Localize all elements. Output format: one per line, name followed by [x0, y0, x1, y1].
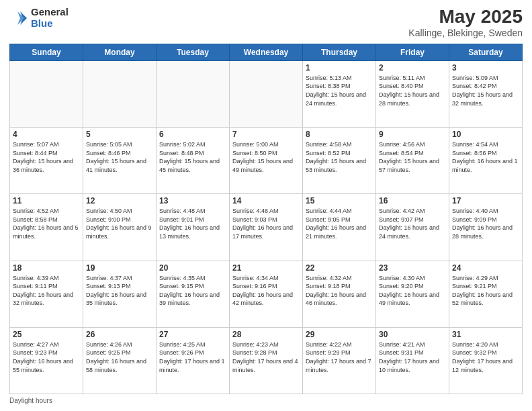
day-info: Sunrise: 4:27 AM Sunset: 9:23 PM Dayligh… [13, 340, 80, 374]
calendar-day-cell: 6Sunrise: 5:02 AM Sunset: 8:48 PM Daylig… [157, 128, 230, 194]
calendar-day-cell: 15Sunrise: 4:44 AM Sunset: 9:05 PM Dayli… [303, 194, 376, 261]
calendar-day-cell: 23Sunrise: 4:30 AM Sunset: 9:20 PM Dayli… [376, 261, 449, 327]
day-number: 11 [13, 196, 80, 205]
header: General Blue May 2025 Kallinge, Blekinge… [9, 7, 523, 38]
calendar-weekday-header: Thursday [303, 44, 376, 60]
calendar-day-cell: 28Sunrise: 4:23 AM Sunset: 9:28 PM Dayli… [230, 327, 303, 394]
calendar-day-cell [157, 60, 230, 127]
day-number: 8 [306, 130, 373, 139]
calendar-weekday-header: Monday [83, 44, 157, 60]
day-info: Sunrise: 4:20 AM Sunset: 9:32 PM Dayligh… [452, 340, 519, 374]
day-info: Sunrise: 4:54 AM Sunset: 8:56 PM Dayligh… [452, 140, 519, 174]
calendar-day-cell: 16Sunrise: 4:42 AM Sunset: 9:07 PM Dayli… [376, 194, 449, 261]
day-info: Sunrise: 4:26 AM Sunset: 9:25 PM Dayligh… [86, 340, 153, 374]
header-right: May 2025 Kallinge, Blekinge, Sweden [408, 7, 523, 38]
calendar-day-cell: 5Sunrise: 5:05 AM Sunset: 8:46 PM Daylig… [83, 128, 157, 194]
day-number: 9 [379, 130, 446, 139]
calendar-week-row: 4Sunrise: 5:07 AM Sunset: 8:44 PM Daylig… [10, 128, 523, 194]
day-number: 7 [232, 130, 300, 139]
day-number: 23 [379, 263, 446, 273]
calendar-day-cell: 18Sunrise: 4:39 AM Sunset: 9:11 PM Dayli… [10, 261, 83, 327]
day-number: 16 [379, 196, 446, 205]
calendar-day-cell: 25Sunrise: 4:27 AM Sunset: 9:23 PM Dayli… [10, 327, 83, 394]
calendar-week-row: 11Sunrise: 4:52 AM Sunset: 8:58 PM Dayli… [10, 194, 523, 261]
day-number: 1 [306, 63, 373, 73]
logo-general-text: General [31, 7, 69, 18]
calendar-day-cell: 22Sunrise: 4:32 AM Sunset: 9:18 PM Dayli… [303, 261, 376, 327]
day-number: 15 [306, 196, 373, 205]
calendar: SundayMondayTuesdayWednesdayThursdayFrid… [9, 44, 523, 394]
footer-note: Daylight hours [9, 397, 523, 404]
calendar-day-cell: 26Sunrise: 4:26 AM Sunset: 9:25 PM Dayli… [83, 327, 157, 394]
calendar-day-cell: 13Sunrise: 4:48 AM Sunset: 9:01 PM Dayli… [157, 194, 230, 261]
day-info: Sunrise: 4:39 AM Sunset: 9:11 PM Dayligh… [13, 274, 80, 308]
day-info: Sunrise: 5:11 AM Sunset: 8:40 PM Dayligh… [379, 74, 446, 107]
calendar-day-cell: 30Sunrise: 4:21 AM Sunset: 9:31 PM Dayli… [376, 327, 449, 394]
day-info: Sunrise: 4:42 AM Sunset: 9:07 PM Dayligh… [379, 207, 446, 240]
day-info: Sunrise: 4:29 AM Sunset: 9:21 PM Dayligh… [452, 274, 519, 308]
day-number: 10 [452, 130, 519, 139]
calendar-day-cell: 11Sunrise: 4:52 AM Sunset: 8:58 PM Dayli… [10, 194, 83, 261]
day-info: Sunrise: 5:05 AM Sunset: 8:46 PM Dayligh… [86, 140, 153, 174]
day-info: Sunrise: 4:35 AM Sunset: 9:15 PM Dayligh… [159, 274, 226, 308]
day-info: Sunrise: 4:22 AM Sunset: 9:29 PM Dayligh… [306, 340, 373, 374]
calendar-day-cell: 4Sunrise: 5:07 AM Sunset: 8:44 PM Daylig… [10, 128, 83, 194]
day-number: 29 [306, 330, 373, 339]
page: General Blue May 2025 Kallinge, Blekinge… [0, 0, 532, 411]
day-number: 14 [232, 196, 300, 205]
day-number: 24 [452, 263, 519, 273]
day-info: Sunrise: 4:21 AM Sunset: 9:31 PM Dayligh… [379, 340, 446, 374]
day-number: 20 [159, 263, 226, 273]
calendar-header-row: SundayMondayTuesdayWednesdayThursdayFrid… [10, 44, 523, 60]
day-info: Sunrise: 4:23 AM Sunset: 9:28 PM Dayligh… [232, 340, 300, 374]
day-info: Sunrise: 4:40 AM Sunset: 9:09 PM Dayligh… [452, 207, 519, 240]
day-info: Sunrise: 4:37 AM Sunset: 9:13 PM Dayligh… [86, 274, 153, 308]
calendar-day-cell: 14Sunrise: 4:46 AM Sunset: 9:03 PM Dayli… [230, 194, 303, 261]
calendar-day-cell: 21Sunrise: 4:34 AM Sunset: 9:16 PM Dayli… [230, 261, 303, 327]
calendar-day-cell [83, 60, 157, 127]
calendar-day-cell: 27Sunrise: 4:25 AM Sunset: 9:26 PM Dayli… [157, 327, 230, 394]
calendar-week-row: 18Sunrise: 4:39 AM Sunset: 9:11 PM Dayli… [10, 261, 523, 327]
day-number: 3 [452, 63, 519, 73]
day-info: Sunrise: 5:09 AM Sunset: 8:42 PM Dayligh… [452, 74, 519, 107]
calendar-weekday-header: Saturday [449, 44, 523, 60]
day-info: Sunrise: 5:13 AM Sunset: 8:38 PM Dayligh… [306, 74, 373, 107]
day-number: 18 [13, 263, 80, 273]
calendar-day-cell: 24Sunrise: 4:29 AM Sunset: 9:21 PM Dayli… [449, 261, 523, 327]
month-title: May 2025 [408, 7, 523, 28]
day-info: Sunrise: 4:46 AM Sunset: 9:03 PM Dayligh… [232, 207, 300, 240]
day-number: 30 [379, 330, 446, 339]
day-info: Sunrise: 4:56 AM Sunset: 8:54 PM Dayligh… [379, 140, 446, 174]
calendar-day-cell [230, 60, 303, 127]
calendar-day-cell: 17Sunrise: 4:40 AM Sunset: 9:09 PM Dayli… [449, 194, 523, 261]
calendar-day-cell: 29Sunrise: 4:22 AM Sunset: 9:29 PM Dayli… [303, 327, 376, 394]
day-info: Sunrise: 5:02 AM Sunset: 8:48 PM Dayligh… [159, 140, 226, 174]
calendar-day-cell: 31Sunrise: 4:20 AM Sunset: 9:32 PM Dayli… [449, 327, 523, 394]
day-info: Sunrise: 4:52 AM Sunset: 8:58 PM Dayligh… [13, 207, 80, 240]
logo-text: General Blue [31, 7, 69, 29]
day-info: Sunrise: 4:50 AM Sunset: 9:00 PM Dayligh… [86, 207, 153, 240]
logo-icon [9, 9, 28, 28]
day-number: 31 [452, 330, 519, 339]
calendar-weekday-header: Sunday [10, 44, 83, 60]
calendar-week-row: 25Sunrise: 4:27 AM Sunset: 9:23 PM Dayli… [10, 327, 523, 394]
day-number: 22 [306, 263, 373, 273]
calendar-day-cell: 19Sunrise: 4:37 AM Sunset: 9:13 PM Dayli… [83, 261, 157, 327]
calendar-day-cell [10, 60, 83, 127]
svg-marker-1 [17, 11, 24, 25]
calendar-day-cell: 20Sunrise: 4:35 AM Sunset: 9:15 PM Dayli… [157, 261, 230, 327]
calendar-day-cell: 10Sunrise: 4:54 AM Sunset: 8:56 PM Dayli… [449, 128, 523, 194]
day-number: 17 [452, 196, 519, 205]
daylight-label: Daylight hours [9, 397, 52, 404]
day-number: 2 [379, 63, 446, 73]
calendar-day-cell: 1Sunrise: 5:13 AM Sunset: 8:38 PM Daylig… [303, 60, 376, 127]
day-info: Sunrise: 4:48 AM Sunset: 9:01 PM Dayligh… [159, 207, 226, 240]
day-info: Sunrise: 5:00 AM Sunset: 8:50 PM Dayligh… [232, 140, 300, 174]
day-info: Sunrise: 4:44 AM Sunset: 9:05 PM Dayligh… [306, 207, 373, 240]
logo-blue-text: Blue [31, 18, 69, 30]
day-number: 25 [13, 330, 80, 339]
day-info: Sunrise: 4:32 AM Sunset: 9:18 PM Dayligh… [306, 274, 373, 308]
calendar-day-cell: 3Sunrise: 5:09 AM Sunset: 8:42 PM Daylig… [449, 60, 523, 127]
logo: General Blue [9, 7, 69, 29]
day-number: 6 [159, 130, 226, 139]
